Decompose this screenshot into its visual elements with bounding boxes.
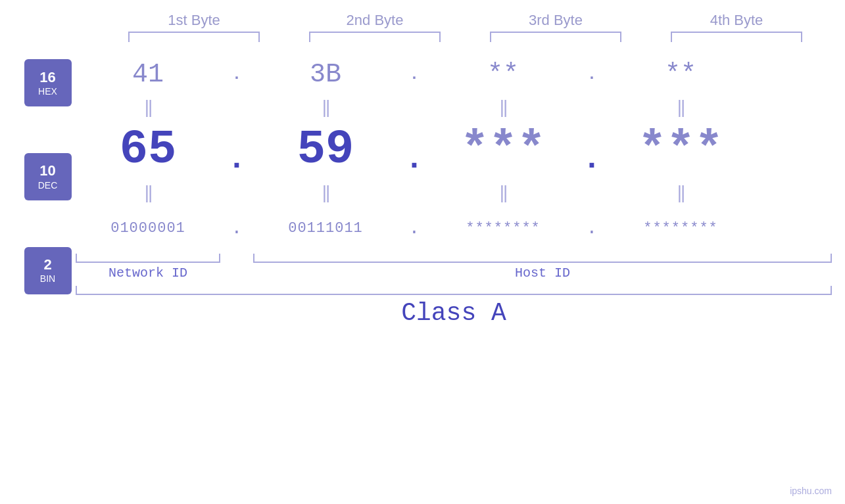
dot-hex-2: . [398,66,431,83]
byte4-label: 4th Byte [664,12,809,29]
class-section: Class A [76,286,832,327]
eq2-b1: || [76,182,220,203]
id-labels-row: Network ID Host ID [76,265,832,281]
hex-b2: 3B [253,60,398,89]
bracket-byte3 [490,32,621,42]
top-brackets [104,32,827,42]
eq2-b3: || [431,182,575,203]
main-body: 16 HEX 10 DEC 2 BIN 41 . [0,46,845,327]
hex-b4: ** [608,60,753,89]
bin-b1: 01000001 [76,220,220,237]
byte3-label: 3rd Byte [483,12,628,29]
dec-b1: 65 [76,123,220,177]
bin-b2: 00111011 [253,220,398,237]
bin-badge: 2 BIN [24,247,72,294]
eq1-b1: || [76,97,220,118]
byte1-label: 1st Byte [122,12,266,29]
dec-badge: 10 DEC [24,153,72,200]
dec-b4: *** [608,123,753,177]
main-container: 1st Byte 2nd Byte 3rd Byte 4th Byte 16 H… [0,0,845,504]
dec-row: 65 . 59 . *** . *** [76,117,832,183]
dot-bin-1: . [220,218,253,239]
eq1-b2: || [253,97,398,118]
class-bracket [76,286,832,295]
dot-hex-3: . [575,66,608,83]
eq1-b3: || [431,97,575,118]
values-column: 41 . 3B . ** . ** [76,46,845,327]
watermark: ipshu.com [790,486,832,496]
dec-b2: 59 [253,123,398,177]
dot-hex-1: . [220,66,253,83]
hex-badge: 16 HEX [24,59,72,106]
eq1-b4: || [608,97,753,118]
hex-b3: ** [431,60,575,89]
bottom-bracket-row [76,254,832,263]
id-spacer [220,265,253,281]
equals-row-1: || || || || [76,97,832,117]
dot-bin-2: . [398,218,431,239]
hex-badge-number: 16 [39,69,55,86]
byte-headers: 1st Byte 2nd Byte 3rd Byte 4th Byte [104,12,827,29]
bin-row: 01000001 . 00111011 . ******** . [76,205,832,251]
network-id-label: Network ID [76,265,220,281]
hex-row: 41 . 3B . ** . ** [76,51,832,97]
dot-dec-2: . [398,117,431,183]
bin-b3: ******** [431,220,575,237]
equals-row-2: || || || || [76,183,832,202]
dot-dec-1: . [220,117,253,183]
hex-badge-label: HEX [38,86,57,97]
bin-b4: ******** [608,220,753,237]
byte2-label: 2nd Byte [302,12,447,29]
network-id-bracket [76,254,220,263]
dot-bin-3: . [575,218,608,239]
badges-column: 16 HEX 10 DEC 2 BIN [0,46,76,327]
eq2-b2: || [253,182,398,203]
dec-badge-label: DEC [38,180,58,191]
host-id-bracket [253,254,832,263]
eq2-b4: || [608,182,753,203]
class-label: Class A [76,299,832,327]
host-id-label: Host ID [253,265,832,281]
dot-dec-3: . [575,117,608,183]
dec-badge-number: 10 [39,162,55,179]
dec-b3: *** [431,123,575,177]
bin-badge-number: 2 [43,256,51,273]
bracket-byte4 [671,32,802,42]
hex-b1: 41 [76,60,220,89]
bracket-byte1 [128,32,260,42]
bin-badge-label: BIN [40,273,55,285]
bracket-byte2 [309,32,441,42]
